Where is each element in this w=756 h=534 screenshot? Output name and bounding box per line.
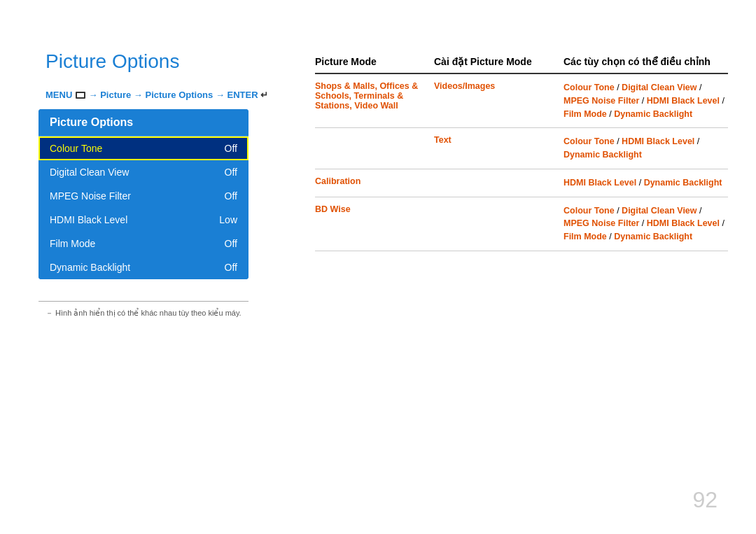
row4-opt-film: Film Mode xyxy=(564,232,607,241)
dynamic-backlight-label: Dynamic Backlight xyxy=(50,262,130,273)
row1-opt-film: Film Mode xyxy=(564,109,607,119)
row2-opt-colour-tone: Colour Tone xyxy=(564,136,615,146)
menu-item-hdmi-black-level[interactable]: HDMI Black Level Low xyxy=(38,208,248,232)
row4-opt-dynamic: Dynamic Backlight xyxy=(614,232,692,241)
row3-options: HDMI Black Level / Dynamic Backlight xyxy=(564,176,728,190)
row4-options: Colour Tone / Digital Clean View / MPEG … xyxy=(564,204,728,244)
menu-arrow3: → ENTER xyxy=(216,90,260,100)
picture-link: Picture xyxy=(100,90,131,100)
row1-opt-colour-tone: Colour Tone xyxy=(564,83,615,92)
row1-mode: Shops & Malls, Offices & Schools, Termin… xyxy=(315,81,434,111)
menu-item-digital-clean-view[interactable]: Digital Clean View Off xyxy=(38,160,248,184)
page-number: 92 xyxy=(692,487,718,513)
menu-icon xyxy=(76,92,85,99)
row4-opt-dcv: Digital Clean View xyxy=(622,206,696,216)
col-header-mode: Picture Mode xyxy=(315,56,434,67)
dynamic-backlight-value: Off xyxy=(225,262,237,273)
menu-arrow1: → xyxy=(89,90,101,100)
divider xyxy=(38,301,248,302)
menu-item-film-mode[interactable]: Film Mode Off xyxy=(38,232,248,255)
panel-header: Picture Options xyxy=(38,109,248,136)
row4-opt-hdmi: HDMI Black Level xyxy=(647,218,720,228)
row1-opt-dcv: Digital Clean View xyxy=(622,83,696,92)
hdmi-black-level-label: HDMI Black Level xyxy=(50,214,127,225)
table-row-4: BD Wise Colour Tone / Digital Clean View… xyxy=(315,197,728,251)
row1-options: Colour Tone / Digital Clean View / MPEG … xyxy=(564,81,728,120)
mpeg-noise-filter-value: Off xyxy=(225,190,237,202)
row2-opt-hdmi: HDMI Black Level xyxy=(622,136,694,146)
table-header: Picture Mode Cài đặt Picture Mode Các tù… xyxy=(315,56,728,74)
hdmi-black-level-value: Low xyxy=(219,214,237,225)
table-row-1: Shops & Malls, Offices & Schools, Termin… xyxy=(315,74,728,128)
digital-clean-view-value: Off xyxy=(225,167,237,178)
page-title: Picture Options xyxy=(46,50,179,73)
row4-mode: BD Wise xyxy=(315,204,434,214)
row1-opt-dynamic: Dynamic Backlight xyxy=(614,109,692,119)
colour-tone-value: Off xyxy=(225,143,237,154)
film-mode-value: Off xyxy=(225,238,237,249)
menu-path: MENU → Picture → Picture Options → ENTER… xyxy=(46,90,268,100)
table-row-3: Calibration HDMI Black Level / Dynamic B… xyxy=(315,169,728,197)
col-header-options: Các tùy chọn có thể điều chỉnh xyxy=(564,56,728,67)
film-mode-label: Film Mode xyxy=(50,238,95,249)
row3-mode: Calibration xyxy=(315,176,434,186)
col-header-caidat: Cài đặt Picture Mode xyxy=(434,56,564,67)
menu-item-dynamic-backlight[interactable]: Dynamic Backlight Off xyxy=(38,255,248,279)
digital-clean-view-label: Digital Clean View xyxy=(50,167,129,178)
row3-opt-hdmi: HDMI Black Level xyxy=(564,178,636,188)
footnote: － Hình ảnh hiển thị có thể khác nhau tùy… xyxy=(46,308,241,318)
row2-opt-dynamic: Dynamic Backlight xyxy=(564,150,642,160)
colour-tone-label: Colour Tone xyxy=(50,143,102,154)
picture-options-panel: Picture Options Colour Tone Off Digital … xyxy=(38,109,248,279)
mpeg-noise-filter-label: MPEG Noise Filter xyxy=(50,190,131,202)
table-row-2: Text Colour Tone / HDMI Black Level / Dy… xyxy=(315,128,728,169)
picture-options-link: Picture Options xyxy=(145,90,213,100)
row1-opt-hdmi: HDMI Black Level xyxy=(647,96,720,106)
menu-label: MENU xyxy=(46,90,72,100)
row4-opt-colour-tone: Colour Tone xyxy=(564,206,615,216)
row3-opt-dynamic: Dynamic Backlight xyxy=(644,178,722,188)
row1-opt-mpeg: MPEG Noise Filter xyxy=(564,96,639,106)
enter-icon: ↵ xyxy=(260,90,268,100)
menu-item-mpeg-noise-filter[interactable]: MPEG Noise Filter Off xyxy=(38,184,248,208)
row2-caidat: Text xyxy=(434,135,564,145)
row1-caidat: Videos/Images xyxy=(434,81,564,91)
row4-opt-mpeg: MPEG Noise Filter xyxy=(564,218,639,228)
row2-options: Colour Tone / HDMI Black Level / Dynamic… xyxy=(564,135,728,162)
right-table: Picture Mode Cài đặt Picture Mode Các tù… xyxy=(315,56,728,251)
menu-item-colour-tone[interactable]: Colour Tone Off xyxy=(38,136,248,160)
menu-arrow2: → xyxy=(134,90,146,100)
